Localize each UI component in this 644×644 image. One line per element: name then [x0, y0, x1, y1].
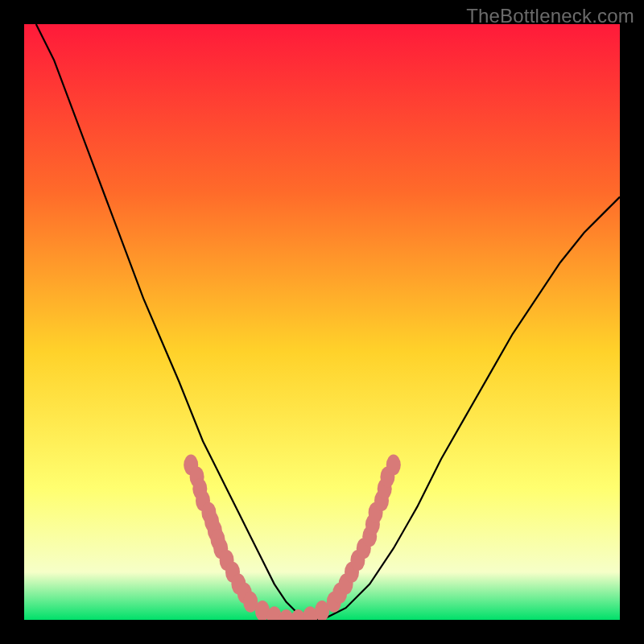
data-marker	[386, 455, 401, 476]
gradient-background	[24, 24, 620, 620]
chart-frame: TheBottleneck.com	[0, 0, 644, 644]
bottleneck-chart	[24, 24, 620, 620]
plot-area	[24, 24, 620, 620]
